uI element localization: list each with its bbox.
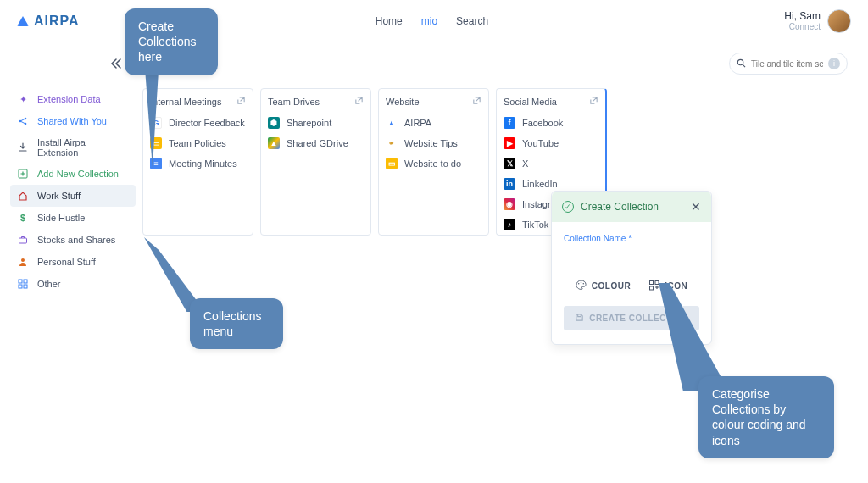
nav-home[interactable]: Home (376, 15, 403, 27)
doc-icon: ≡ (150, 158, 162, 169)
download-icon (17, 142, 29, 153)
open-icon[interactable] (354, 96, 364, 107)
callout-create-here: Create Collections here (125, 8, 218, 75)
brand-logo[interactable]: AIRPA (17, 14, 80, 29)
open-icon[interactable] (472, 96, 481, 107)
collapse-sidebar-icon[interactable] (110, 58, 122, 69)
nav-mio[interactable]: mio (421, 15, 437, 27)
tile-item[interactable]: ▭Website to do (379, 153, 488, 174)
svg-point-16 (582, 283, 583, 284)
tile-item-label: X (522, 158, 528, 169)
panel-title: Create Collection (581, 201, 659, 213)
user-greeting: Hi, Sam (784, 10, 821, 22)
sidebar-item-work-stuff[interactable]: Work Stuff (10, 185, 136, 207)
sidebar-item-label: Other (37, 279, 61, 289)
sidebar-item-stocks[interactable]: Stocks and Shares (10, 229, 136, 251)
folder-icon: ▭ (386, 158, 398, 169)
svg-rect-19 (650, 286, 654, 290)
gdrive-icon: ▲ (268, 137, 280, 149)
tile-title: Social Media (504, 97, 557, 107)
tile-title: Team Drives (268, 97, 320, 107)
tile-item-label: Team Policies (169, 138, 226, 148)
tile-item-label: YouTube (522, 138, 559, 148)
sharepoint-icon: ⬢ (268, 117, 280, 129)
tile-item-label: Sharepoint (287, 118, 331, 128)
panel-options: COLOUR ICON (564, 280, 699, 292)
plus-box-icon (17, 168, 29, 180)
tile-item[interactable]: ▭Team Policies (143, 133, 253, 153)
search-icon (737, 58, 746, 69)
tile-item[interactable]: ▲Shared GDrive (261, 133, 370, 153)
sidebar-item-label: Work Stuff (37, 191, 81, 201)
colour-option[interactable]: COLOUR (576, 280, 631, 292)
sidebar-item-other[interactable]: Other (10, 273, 136, 295)
tile-item-label: Shared GDrive (287, 138, 348, 148)
svg-rect-17 (650, 280, 654, 284)
briefcase-icon (17, 234, 29, 246)
svg-point-9 (21, 258, 25, 262)
svg-rect-12 (19, 285, 22, 288)
search-box[interactable]: i (729, 53, 848, 75)
callout-collections-menu: Collections menu (190, 298, 283, 349)
svg-point-0 (737, 59, 743, 64)
airpa-icon: ▲ (386, 117, 398, 129)
tile-item-label: TikTok (522, 219, 548, 230)
dollar-icon: $ (17, 212, 29, 224)
sidebar-item-label: Shared With You (37, 116, 107, 126)
sidebar: ✦ Extension Data Shared With You Install… (10, 88, 136, 295)
sidebar-item-shared[interactable]: Shared With You (10, 110, 136, 132)
info-icon[interactable]: i (828, 58, 840, 69)
tile-team-drives: Team Drives ⬢Sharepoint ▲Shared GDrive (260, 88, 371, 236)
open-icon[interactable] (589, 96, 598, 107)
open-icon[interactable] (236, 96, 246, 107)
sidebar-item-extension-data[interactable]: ✦ Extension Data (10, 88, 136, 110)
tile-item-label: Website Tips (404, 138, 458, 148)
grid-icon (17, 278, 29, 290)
apps-icon (649, 280, 659, 292)
tile-item-label: Director Feedback (169, 118, 245, 128)
tiktok-icon: ♪ (504, 219, 515, 230)
tile-item[interactable]: 𝕏X (497, 153, 605, 174)
tile-website: Website ▲AIRPA ⚭Website Tips ▭Website to… (378, 88, 489, 236)
tile-title: Internal Meetings (150, 97, 221, 107)
sidebar-item-side-hustle[interactable]: $ Side Hustle (10, 207, 136, 229)
tile-header: Website (379, 89, 488, 113)
tile-item[interactable]: fFacebook (497, 113, 605, 133)
user-sub: Connect (789, 22, 821, 31)
facebook-icon: f (504, 117, 515, 129)
collection-name-input[interactable] (564, 245, 699, 264)
top-nav: Home mio Search (376, 15, 488, 27)
field-label: Collection Name * (564, 234, 699, 243)
tile-item[interactable]: GDirector Feedback (143, 113, 253, 133)
x-icon: 𝕏 (504, 158, 515, 169)
close-icon[interactable]: ✕ (691, 200, 701, 214)
svg-line-1 (743, 64, 745, 67)
tile-item[interactable]: ⬢Sharepoint (261, 113, 370, 133)
panel-header: ✓ Create Collection ✕ (552, 192, 711, 222)
tile-item[interactable]: ≡Meeting Minutes (143, 153, 253, 174)
tile-header: Internal Meetings (143, 89, 253, 113)
brand-text: AIRPA (34, 14, 80, 29)
tile-item-label: Website to do (404, 158, 461, 169)
svg-point-15 (581, 282, 581, 283)
svg-rect-18 (655, 280, 659, 284)
sidebar-item-personal[interactable]: Personal Stuff (10, 251, 136, 273)
tile-item[interactable]: ▶YouTube (497, 133, 605, 153)
tile-title: Website (386, 97, 420, 107)
avatar[interactable] (827, 9, 851, 33)
svg-rect-10 (19, 280, 22, 283)
user-box[interactable]: Hi, Sam Connect (784, 10, 821, 31)
svg-rect-11 (24, 280, 27, 283)
search-input[interactable] (751, 59, 823, 69)
tile-item[interactable]: ▲AIRPA (379, 113, 488, 133)
share-icon (17, 115, 29, 127)
svg-point-14 (578, 283, 579, 284)
sidebar-item-install[interactable]: Install Airpa Extension (10, 132, 136, 163)
sidebar-item-add-collection[interactable]: Add New Collection (10, 163, 136, 185)
save-icon (575, 313, 584, 324)
sidebar-item-label: Extension Data (37, 94, 101, 104)
tile-header: Social Media (497, 89, 605, 113)
instagram-icon: ◉ (504, 198, 515, 210)
tile-item[interactable]: ⚭Website Tips (379, 133, 488, 153)
nav-search[interactable]: Search (456, 15, 488, 27)
